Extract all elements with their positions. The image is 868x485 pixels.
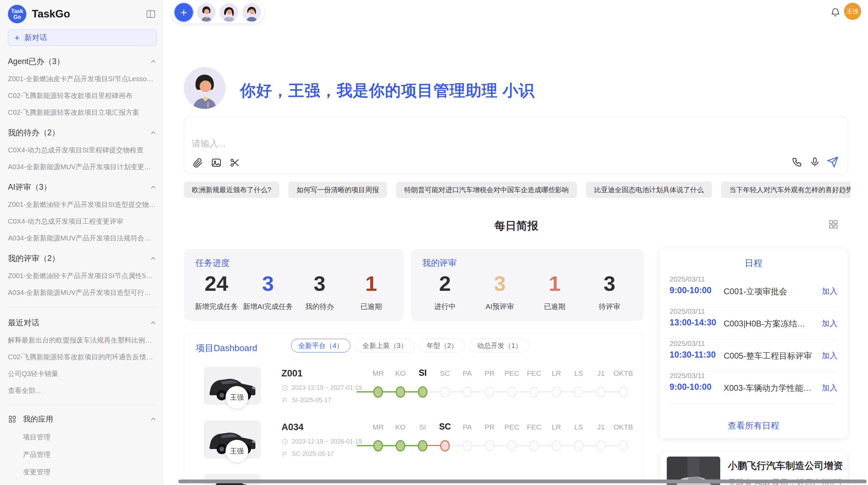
current-milestone-label: SC [434, 422, 456, 432]
sidebar-section-my-todo[interactable]: 我的待办（2） [8, 127, 157, 138]
event-title: C005-整车工程目标评审 [724, 350, 812, 361]
project-code[interactable]: Z001 [281, 368, 303, 379]
suggestion-chip[interactable]: 特朗普可能对进口汽车增税会对中国车企造成哪些影响 [396, 182, 577, 198]
event-time: 9:00-10:00 [670, 285, 711, 295]
suggestion-chip[interactable]: 如何写一份清晰的项目周报 [288, 182, 387, 198]
sidebar-section-ai-review[interactable]: AI评审（3） [8, 182, 157, 192]
sidebar-item[interactable]: A034-全新新能源MUV产品开发项目造型可行性评审 [8, 288, 157, 297]
section-title: 最近对话 [8, 318, 39, 328]
sidebar-item[interactable]: C0X4-动力总成开发项目工程变更评审 [8, 217, 157, 226]
stat-pending-review: 3 待评审 [582, 272, 637, 316]
agent-avatar-3[interactable] [242, 3, 261, 22]
project-flag-milestone: SC-2025-05-17 [281, 450, 334, 458]
app-link-product-mgmt[interactable]: 产品管理 [23, 450, 157, 459]
milestone-line-done [357, 445, 423, 446]
sidebar-section-agent-done[interactable]: Agent已办（3） [8, 56, 157, 67]
sidebar-item[interactable]: Z001-全新燃油轻卡产品开发项目SI造型提交物评审 [8, 200, 157, 209]
schedule-event[interactable]: 2025/03/11 13:00-14:30 C003|H0B-方案冻结评审 加… [659, 307, 848, 339]
recent-conversation[interactable]: 公司Q3轻卡销量 [8, 369, 157, 378]
project-row-a034[interactable]: 王强 A034 2023-12-19 ~ 2026-01-19 SC-2025-… [184, 420, 643, 474]
suggestion-chip[interactable]: 比亚迪全固态电池计划具体说了什么 [586, 182, 712, 198]
sidebar-item[interactable]: A034-全新新能源MUV产品开发项目法规符合性评审 [8, 234, 157, 243]
image-upload-icon[interactable] [210, 157, 222, 169]
milestone-dot-pending [485, 440, 494, 451]
logo-text-top: Task [11, 8, 23, 14]
suggestion-chip[interactable]: 当下年轻人对汽车外观有怎样的喜好趋势 [721, 182, 851, 198]
stat-overdue: 1 已逾期 [346, 272, 397, 316]
schedule-event[interactable]: 2025/03/11 10:30-11:30 C005-整车工程目标评审 加入 [659, 339, 848, 372]
suggestion-chip[interactable]: 欧洲新规最近颁布了什么? [184, 182, 279, 198]
join-link[interactable]: 加入 [822, 383, 837, 393]
tab-powertrain[interactable]: 动总开发（1） [470, 339, 529, 352]
user-avatar[interactable]: 王强 [844, 3, 861, 20]
chat-input[interactable] [191, 138, 671, 149]
sidebar-item-my-apps[interactable]: 我的应用 [8, 414, 157, 424]
join-link[interactable]: 加入 [822, 350, 837, 361]
project-row-z001[interactable]: 王强 Z001 2023-12-19 ~ 2027-01-19 SI-2025-… [184, 366, 643, 420]
chevron-up-icon[interactable] [150, 255, 157, 262]
apps-grid-icon [8, 415, 17, 424]
milestone-dot-done [418, 386, 427, 398]
sidebar-item[interactable]: C0X4-动力总成开发项目SI里程碑提交物检查 [8, 146, 157, 155]
milestone-dot-pending [574, 440, 583, 451]
join-link[interactable]: 加入 [822, 318, 837, 329]
chevron-up-icon[interactable] [150, 58, 157, 65]
schedule-event[interactable]: 2025/03/11 9:00-10:00 C001-立项审批会 加入 [659, 275, 848, 307]
agent-avatar-1[interactable] [197, 3, 216, 22]
assistant-avatar [184, 67, 226, 109]
sidebar-section-recent[interactable]: 最近对话 [8, 318, 157, 328]
notification-bell-icon[interactable] [830, 7, 841, 17]
horizontal-scrollbar[interactable] [178, 480, 867, 483]
chevron-up-icon[interactable] [150, 129, 157, 136]
sidebar-collapse-icon[interactable] [146, 9, 156, 19]
section-title: Agent已办（3） [8, 56, 64, 67]
chevron-up-icon[interactable] [150, 416, 157, 423]
milestone-dot-pending [618, 440, 628, 451]
greeting-text: 你好，王强，我是你的项目管理助理 小识 [240, 80, 535, 101]
join-link[interactable]: 加入 [822, 286, 837, 297]
event-title: C001-立项审批会 [724, 286, 787, 297]
stat-ai-pre-review: 3 AI预评审 [472, 272, 527, 316]
chevron-up-icon[interactable] [150, 320, 157, 326]
sidebar-item[interactable]: C02-飞腾新能源轻客改款项目立项汇报方案 [8, 108, 157, 117]
add-agent-button[interactable]: + [174, 3, 193, 22]
send-icon[interactable] [827, 156, 839, 168]
project-code[interactable]: A034 [281, 422, 304, 433]
view-all-schedule-link[interactable]: 查看所有日程 [659, 420, 848, 431]
project-flag-milestone: SI-2025-05-17 [281, 397, 331, 404]
sidebar-item[interactable]: C02-飞腾新能源轻客改款项目里程碑画布 [8, 91, 157, 100]
project-dates: 2023-12-19 ~ 2026-01-19 [281, 438, 362, 445]
briefing-layout-icon[interactable] [828, 219, 839, 229]
recent-view-all[interactable]: 查看全部... [8, 386, 157, 395]
clock-icon [281, 438, 288, 445]
attachment-icon[interactable] [192, 157, 204, 169]
milestone-dot-done [418, 440, 427, 451]
stat-my-todo: 3 我的待办 [294, 272, 346, 316]
schedule-event[interactable]: 2025/03/11 9:00-10:00 X003-车辆动力学性能验... 加… [659, 372, 848, 404]
recent-conversation[interactable]: C02-飞腾新能源轻客改款项目的闭环通告反馈情况 [8, 352, 157, 362]
event-title: C003|H0B-方案冻结评审 [724, 318, 813, 329]
milestone-dot-pending [462, 440, 472, 451]
sidebar-item[interactable]: Z001-全新燃油皮卡产品开发项目SI节点Lesson Learn报告 [8, 74, 157, 84]
plus-icon: + [14, 33, 20, 43]
recent-conversation[interactable]: 解释最新出台的欧盟报废车法规再生塑料比例被调至15%... [8, 336, 157, 345]
new-chat-button[interactable]: + 新对话 [8, 29, 157, 46]
chevron-up-icon[interactable] [150, 184, 157, 191]
agent-avatar-2[interactable] [220, 3, 238, 22]
divider [8, 405, 157, 405]
event-time: 13:00-14:30 [670, 318, 716, 327]
tab-new-platform[interactable]: 全新平台（4） [291, 339, 350, 352]
stat-in-progress: 2 进行中 [418, 272, 472, 316]
sidebar-item[interactable]: Z001-全新燃油轻卡产品开发项目SI节点属性5D文件评审 [8, 271, 157, 281]
sidebar-section-my-review[interactable]: 我的评审（2） [8, 253, 157, 264]
app-title: TaskGo [32, 8, 146, 20]
tab-model-year[interactable]: 年型（2） [419, 339, 465, 352]
app-link-change-mgmt[interactable]: 变更管理 [23, 468, 157, 477]
app-link-project-mgmt[interactable]: 项目管理 [23, 433, 157, 442]
microphone-icon[interactable] [809, 156, 821, 168]
tab-new-body[interactable]: 全新上装（3） [355, 339, 414, 352]
sidebar-item[interactable]: A034-全新新能源MUV产品开发项目计划变更表编写 [8, 162, 157, 172]
phone-call-icon[interactable] [791, 156, 803, 168]
my-review-card: 我的评审 2 进行中 3 AI预评审 1 已逾期 3 待评审 [411, 249, 644, 321]
scissors-icon[interactable] [229, 157, 241, 169]
